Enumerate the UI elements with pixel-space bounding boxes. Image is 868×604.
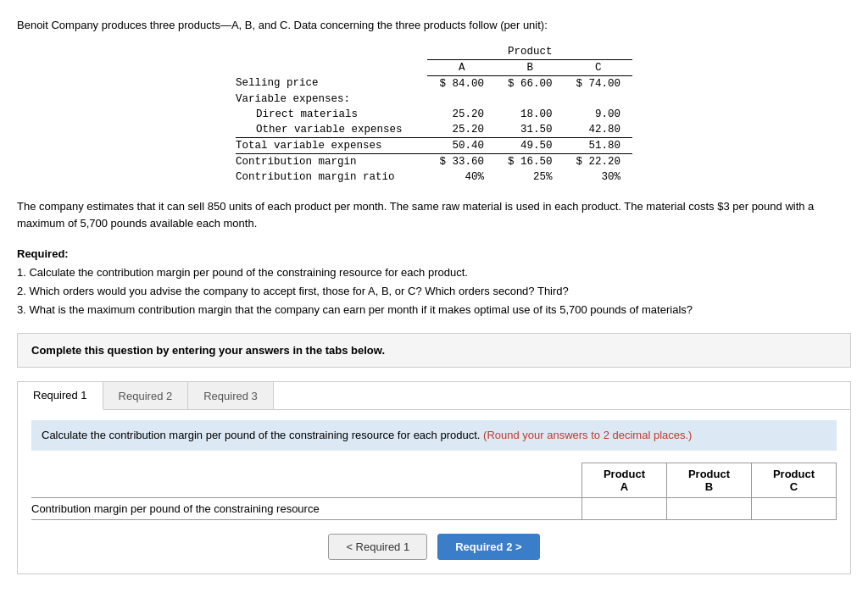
table-row-label: Selling price [236, 75, 428, 91]
product-table: Product A B C Selling price$ 84.00$ 66.0… [236, 44, 632, 185]
table-cell [565, 91, 633, 107]
product-c-input[interactable] [752, 498, 836, 519]
product-a-input[interactable] [582, 498, 666, 519]
required-heading: Required: [17, 247, 69, 260]
table-cell: 30% [565, 169, 633, 185]
table-cell: 18.00 [496, 107, 565, 122]
tab1-content: Calculate the contribution margin per po… [18, 410, 850, 574]
tab1-instruction: Calculate the contribution margin per po… [42, 429, 480, 441]
table-cell: 50.40 [427, 137, 496, 153]
col-b-header: B [496, 59, 565, 75]
complete-instruction-text: Complete this question by entering your … [31, 344, 385, 357]
product-c-header: Product C [752, 463, 837, 497]
table-row-label: Total variable expenses [236, 137, 428, 153]
tab-required-1[interactable]: Required 1 [18, 382, 103, 410]
prev-button[interactable]: < Required 1 [328, 534, 427, 560]
product-b-header: Product B [667, 463, 752, 497]
product-b-input[interactable] [667, 498, 751, 519]
tab1-instruction-note: (Round your answers to 2 decimal places.… [483, 429, 692, 441]
table-cell: 25.20 [427, 107, 496, 122]
required-section: Required: 1. Calculate the contribution … [17, 245, 851, 319]
table-cell: 49.50 [496, 137, 565, 153]
answer-table: Product A Product B Product C Contributi… [31, 463, 837, 520]
table-cell: 25.20 [427, 122, 496, 138]
table-cell: $ 16.50 [496, 153, 565, 169]
product-a-input-cell[interactable] [582, 497, 667, 519]
table-cell: $ 84.00 [427, 75, 496, 91]
table-row-label: Direct materials [236, 107, 428, 122]
table-cell [427, 91, 496, 107]
table-cell: 51.80 [565, 137, 633, 153]
nav-buttons: < Required 1 Required 2 > [31, 534, 837, 560]
product-header: Product [427, 44, 632, 60]
product-b-input-cell[interactable] [667, 497, 752, 519]
product-a-header: Product A [582, 463, 667, 497]
table-cell: 9.00 [565, 107, 633, 122]
tab-required-2[interactable]: Required 2 [103, 382, 189, 409]
required-item-1: 1. Calculate the contribution margin per… [17, 266, 468, 279]
table-row-label: Other variable expenses [236, 122, 428, 138]
table-cell: $ 66.00 [496, 75, 565, 91]
table-cell: $ 74.00 [565, 75, 633, 91]
cm-per-pound-label: Contribution margin per pound of the con… [31, 497, 582, 519]
tabs-row: Required 1 Required 2 Required 3 [18, 382, 850, 410]
product-c-input-cell[interactable] [752, 497, 837, 519]
complete-instruction-box: Complete this question by entering your … [17, 333, 851, 368]
table-cell: 42.80 [565, 122, 633, 138]
description-text: The company estimates that it can sell 8… [17, 198, 851, 234]
col-c-header: C [565, 59, 633, 75]
table-cell [496, 91, 565, 107]
tab-required-3[interactable]: Required 3 [188, 382, 274, 409]
table-cell: 31.50 [496, 122, 565, 138]
table-cell: 40% [427, 169, 496, 185]
intro-text: Benoit Company produces three products—A… [17, 17, 851, 34]
col-a-header: A [427, 59, 496, 75]
table-cell: $ 33.60 [427, 153, 496, 169]
table-row-label: Contribution margin [236, 153, 428, 169]
instruction-bar: Calculate the contribution margin per po… [31, 420, 837, 451]
table-cell: 25% [496, 169, 565, 185]
required-item-3: 3. What is the maximum contribution marg… [17, 303, 693, 316]
next-button[interactable]: Required 2 > [437, 534, 539, 560]
table-cell: $ 22.20 [565, 153, 633, 169]
table-row-label: Contribution margin ratio [236, 169, 428, 185]
table-row-label: Variable expenses: [236, 91, 428, 107]
tabs-container: Required 1 Required 2 Required 3 Calcula… [17, 381, 851, 574]
required-item-2: 2. Which orders would you advise the com… [17, 285, 569, 297]
